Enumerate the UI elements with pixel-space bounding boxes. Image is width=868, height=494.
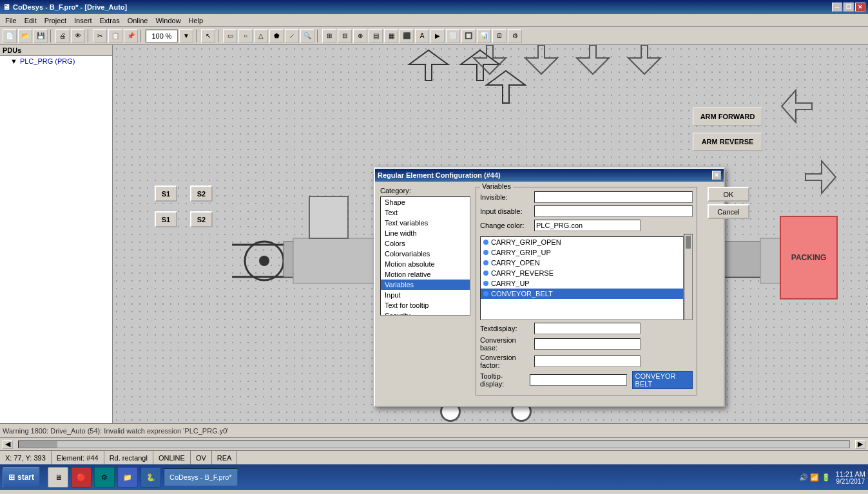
title-bar-controls: ─ ❐ ✕ [832,3,865,12]
cat-shape[interactable]: Shape [381,197,470,207]
tb-btn11[interactable]: ▦ [384,29,398,43]
conversion-factor-row: Conversion factor: [480,354,693,369]
taskbar-app-codesys[interactable]: CoDesys - B_F.pro* [164,468,238,486]
tb-btn6[interactable]: 🔍 [300,29,314,43]
var-carry-grip-open[interactable]: CARRY_GRIP_OPEN [481,237,683,247]
cat-text-tooltip[interactable]: Text for tooltip [381,300,470,310]
tb-cursor[interactable]: ↖ [201,29,215,43]
s2-button-1[interactable]: S2 [190,185,213,202]
dialog-body: Category: Shape Text Text variables Line… [375,182,724,406]
cat-motion-relative[interactable]: Motion relative [381,269,470,280]
tb-btn19[interactable]: ⚙ [508,29,522,43]
menu-help[interactable]: Help [185,15,207,26]
input-disable-input[interactable] [534,205,693,217]
tb-btn7[interactable]: ⊞ [322,29,336,43]
tooltip-display-row: Tooltip- display: CONVEYOR BELT [480,371,693,389]
menu-insert[interactable]: Insert [70,15,96,26]
dialog-close-button[interactable]: ✕ [712,171,721,180]
menu-project[interactable]: Project [41,15,70,26]
tb-btn10[interactable]: ▤ [369,29,383,43]
cat-text-variables[interactable]: Text variables [381,218,470,228]
ok-button[interactable]: OK [708,187,749,202]
scrollbar-thumb-h[interactable] [19,441,57,448]
cat-line-width[interactable]: Line width [381,228,470,238]
var-conveyor-belt[interactable]: CONVEYOR_BELT [481,289,683,299]
tb-btn2[interactable]: ○ [238,29,253,43]
taskbar-icon-red[interactable]: 🔴 [71,467,92,488]
variable-dropdown[interactable]: CARRY_GRIP_OPEN CARRY_GRIP_UP CARRY_OPEN [480,236,684,320]
menu-file[interactable]: File [1,15,21,26]
taskbar-icon-win[interactable]: 🖥 [48,467,68,488]
horizontal-scrollbar[interactable] [18,441,850,448]
tb-btn15[interactable]: ⬜ [446,29,460,43]
cat-variables[interactable]: Variables [381,280,470,290]
menu-extras[interactable]: Extras [95,15,123,26]
tb-btn18[interactable]: 🗓 [492,29,506,43]
invisible-input[interactable] [534,191,693,203]
cat-text[interactable]: Text [381,207,470,218]
cancel-button[interactable]: Cancel [708,204,749,219]
tb-preview[interactable]: 👁 [71,29,85,43]
variable-scrollbar[interactable] [684,234,693,320]
conversion-base-input[interactable] [534,338,641,350]
menu-window[interactable]: Window [151,15,184,26]
dialog-right: Variables Invisible: Input disable: Chan… [476,187,697,401]
tb-cut[interactable]: ✂ [93,29,107,43]
tb-btn17[interactable]: 📊 [477,29,491,43]
start-label: start [17,473,34,482]
cat-colorvariables[interactable]: Colorvariables [381,249,470,259]
tb-btn9[interactable]: ⊕ [353,29,367,43]
tooltip-display-input[interactable] [530,374,627,386]
s2-button-2[interactable]: S2 [190,211,213,227]
var-carry-reverse[interactable]: CARRY_REVERSE [481,268,683,278]
s1-button-2[interactable]: S1 [155,211,177,227]
tb-btn14[interactable]: ▶ [430,29,445,43]
arm-reverse-button[interactable]: ARM REVERSE [693,133,762,151]
tb-btn13[interactable]: A [415,29,429,43]
minimize-button[interactable]: ─ [832,3,842,12]
tb-print[interactable]: 🖨 [55,29,70,43]
arm-forward-button[interactable]: ARM FORWARD [693,108,762,126]
tree-header: PDUs [0,45,112,56]
var-carry-grip-up[interactable]: CARRY_GRIP_UP [481,247,683,258]
close-button[interactable]: ✕ [855,3,865,12]
var-carry-up[interactable]: CARRY_UP [481,278,683,289]
tb-btn3[interactable]: △ [254,29,268,43]
var-carry-open[interactable]: CARRY_OPEN [481,258,683,268]
conversion-factor-input[interactable] [534,356,641,367]
s1-button-1[interactable]: S1 [155,185,177,202]
start-button[interactable]: ⊞ start [3,467,40,488]
scrollbar-thumb[interactable] [686,236,691,249]
restore-button[interactable]: ❐ [844,3,854,12]
cat-motion-absolute[interactable]: Motion absolute [381,259,470,269]
tb-btn4[interactable]: ⬟ [269,29,284,43]
tb-btn8[interactable]: ⊟ [338,29,352,43]
tb-sep1 [50,30,53,43]
tb-copy[interactable]: 📋 [108,29,122,43]
tb-btn5[interactable]: ⟋ [285,29,299,43]
scroll-left-button[interactable]: ◀ [3,440,13,449]
scroll-right-button[interactable]: ▶ [855,440,865,449]
input-disable-label: Input disable: [480,207,532,215]
tb-btn16[interactable]: 🔲 [461,29,476,43]
change-color-input[interactable] [534,220,641,231]
taskbar-icon-arduino[interactable]: ⚙ [94,467,115,488]
tb-btn12[interactable]: ⬛ [400,29,414,43]
tb-new[interactable]: 📄 [3,29,17,43]
menu-edit[interactable]: Edit [21,15,41,26]
category-list[interactable]: Shape Text Text variables Line width Col… [380,196,470,316]
menu-online[interactable]: Online [124,15,152,26]
tree-item-plcprg[interactable]: ▼ PLC_PRG (PRG) [0,56,112,66]
zoom-box[interactable]: 100 % [146,30,178,43]
textdisplay-input[interactable] [534,323,641,334]
taskbar-icon-files[interactable]: 📁 [117,467,138,488]
tb-paste[interactable]: 📌 [124,29,138,43]
tb-open[interactable]: 📂 [18,29,32,43]
cat-input[interactable]: Input [381,290,470,300]
tb-save[interactable]: 💾 [34,29,48,43]
cat-security[interactable]: Security [381,310,470,316]
taskbar-icon-python[interactable]: 🐍 [140,467,161,488]
tb-btn1[interactable]: ▭ [223,29,237,43]
cat-colors[interactable]: Colors [381,238,470,249]
tb-zoom-dropdown[interactable]: ▼ [179,29,193,43]
